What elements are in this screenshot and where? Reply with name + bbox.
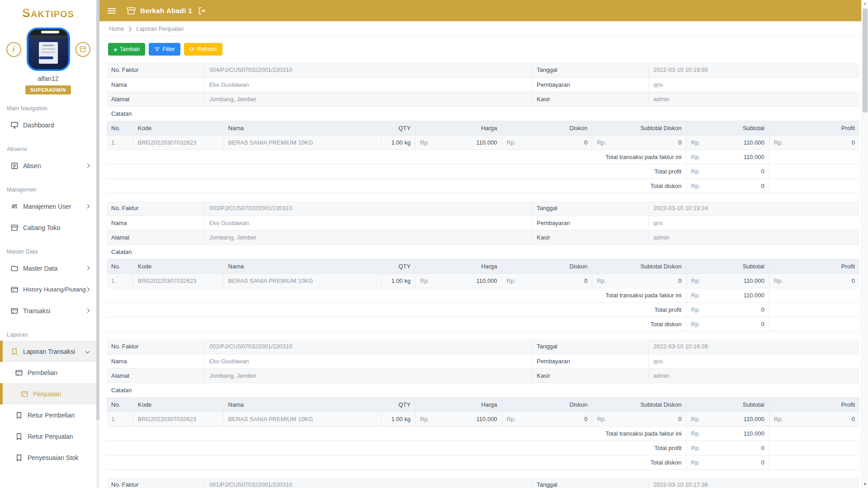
refresh-icon: ⟳ xyxy=(189,46,195,52)
role-badge: SUPERADMIN xyxy=(25,85,71,94)
item-nama: BERAS SANIA PREMIUM 10KG xyxy=(223,136,382,150)
invoice-items-table: No.KodeNama QTYHargaDiskon Subtotal Disk… xyxy=(107,398,859,470)
page-scrollbar-thumb[interactable] xyxy=(863,9,868,113)
sidebar-item-manajemen-user[interactable]: Manajemen User xyxy=(0,196,96,217)
sidebar-item-dashboard[interactable]: Dashboard xyxy=(0,114,96,136)
bookmark-icon xyxy=(14,411,24,420)
sidebar-item-retur-penjualan[interactable]: Retur Penjualan xyxy=(0,426,96,447)
card-icon xyxy=(10,285,19,294)
bookmark-icon xyxy=(10,347,19,356)
filter-icon xyxy=(154,47,160,52)
item-profit: Rp.0 xyxy=(769,136,859,150)
invoice-items-table: No.KodeNama QTYHargaDiskon Subtotal Disk… xyxy=(107,259,859,332)
total-diskon-row: Total diskonRp.0 xyxy=(107,455,859,470)
bookmark-icon xyxy=(14,432,24,441)
nav-section-title: Master Data xyxy=(0,249,96,255)
sidebar-item-retur-pembelian[interactable]: Retur Pembelian xyxy=(0,404,96,426)
store-icon xyxy=(126,5,137,16)
chevron-right-icon xyxy=(85,164,90,168)
invoice-detail-table: No. Faktur002/PJ/CUS070322001/220310Tang… xyxy=(107,339,859,398)
total-diskon-row: Total diskonRp.0 xyxy=(107,179,859,193)
alamat-value: Jombang, Jember xyxy=(204,230,532,244)
alamat-value: Jombang, Jember xyxy=(204,368,532,383)
no-faktur-value: 003/PJ/CUS070322001/220310 xyxy=(204,201,532,216)
scroll-down-arrow[interactable]: ▼ xyxy=(862,481,868,488)
sidebar-scrollbar[interactable] xyxy=(96,0,99,488)
chevron-right-icon xyxy=(85,266,90,271)
item-row: 1. BRG20220307032623 BERAS SANIA PREMIUM… xyxy=(107,274,859,288)
refresh-button[interactable]: ⟳Refresh xyxy=(184,43,222,56)
item-subtotal-diskon: Rp.0 xyxy=(592,412,686,427)
item-harga: Rp.110.000 xyxy=(415,136,502,150)
no-faktur-value: 004/PJ/CUS070322001/220310 xyxy=(204,63,532,77)
pembayaran-value: qris xyxy=(649,216,859,230)
username: alfan12 xyxy=(0,75,96,82)
list-icon xyxy=(10,161,19,170)
no-faktur-value: 001/PJ/CUS070322001/220310 xyxy=(204,478,532,488)
sidebar-item-laporan-transaksi[interactable]: Laporan Transaksi xyxy=(0,341,96,362)
total-profit-row: Total profitRp.0 xyxy=(107,303,859,317)
sidebar-nav: Main Navigation Dashboard Absensi Absen … xyxy=(0,105,96,468)
folder-icon xyxy=(10,264,19,273)
tanggal-value: 2022-03-10 10:19:24 xyxy=(649,201,859,216)
kasir-value: admin xyxy=(649,92,859,106)
avatar[interactable] xyxy=(27,28,70,71)
card-icon xyxy=(14,368,24,377)
tambah-button[interactable]: +Tambah xyxy=(108,43,145,56)
tanggal-value: 2022-03-10 10:19:55 xyxy=(649,63,859,77)
sidebar-item-cabang-toko[interactable]: Cabang Toko xyxy=(0,217,96,238)
sidebar-item-master-data[interactable]: Master Data xyxy=(0,258,96,279)
store-circle-icon[interactable] xyxy=(75,42,90,57)
page-scrollbar[interactable]: ▲ ▼ xyxy=(861,0,868,488)
card-icon xyxy=(10,306,19,315)
chevron-right-icon xyxy=(85,204,90,209)
item-harga: Rp.110.000 xyxy=(415,412,502,427)
hamburger-menu-icon[interactable] xyxy=(108,8,116,14)
sidebar-scrollbar-thumb[interactable] xyxy=(96,0,99,420)
total-transaksi-row: Total transaksi pada faktur iniRp.110.00… xyxy=(107,427,859,441)
item-row: 1. BRG20220307032623 BERAS SANIA PREMIUM… xyxy=(107,136,859,150)
kasir-value: admin xyxy=(649,368,859,383)
sidebar-item-history-hutang-piutang[interactable]: History Hutang/Piutang xyxy=(0,279,96,300)
nav-section-title: Absensi xyxy=(0,146,96,152)
item-harga: Rp.110.000 xyxy=(415,274,502,288)
item-row: 1. BRG20220307032623 BERAS SANIA PREMIUM… xyxy=(107,412,859,427)
breadcrumb-separator: ❯ xyxy=(128,26,132,32)
item-subtotal: Rp.110.000 xyxy=(686,274,769,288)
topbar: Berkah Abadi 1 xyxy=(99,0,861,21)
store-name: Berkah Abadi 1 xyxy=(140,7,192,15)
item-nama: BERAS SANIA PREMIUM 10KG xyxy=(223,274,382,288)
nav-section-title: Manajemen xyxy=(0,187,96,193)
item-subtotal-diskon: Rp.0 xyxy=(592,274,686,288)
item-qty: 1.00 kg xyxy=(382,274,415,288)
item-kode: BRG20220307032623 xyxy=(133,412,223,427)
nav-section-title: Main Navigation xyxy=(0,105,96,112)
info-icon[interactable]: i xyxy=(6,42,21,57)
sidebar-item-transaksi[interactable]: Transaksi xyxy=(0,300,96,321)
sidebar: SAKTIPOS i alfan12 SUPERADMIN Main Navig… xyxy=(0,0,96,488)
item-subtotal-diskon: Rp.0 xyxy=(592,136,686,150)
total-transaksi-row: Total transaksi pada faktur iniRp.110.00… xyxy=(107,150,859,164)
item-diskon: Rp.0 xyxy=(502,136,592,150)
logout-icon[interactable] xyxy=(198,6,207,15)
scroll-up-arrow[interactable]: ▲ xyxy=(862,0,868,7)
pembayaran-value: qris xyxy=(649,354,859,368)
invoice-items-table: No.KodeNama QTYHargaDiskon Subtotal Disk… xyxy=(107,121,859,194)
nama-value: Eko Gustiawan xyxy=(204,216,532,230)
item-profit: Rp.0 xyxy=(769,412,859,427)
filter-button[interactable]: Filter xyxy=(149,43,180,56)
sidebar-item-absen[interactable]: Absen xyxy=(0,155,96,176)
item-profit: Rp.0 xyxy=(769,274,859,288)
sidebar-item-pembelian[interactable]: Pembelian xyxy=(0,362,96,383)
breadcrumb-home[interactable]: Home xyxy=(109,26,124,32)
breadcrumb: Home ❯ Laporan Penjualan xyxy=(99,21,861,37)
item-nama: BERAS SANIA PREMIUM 10KG xyxy=(223,412,382,427)
item-subtotal: Rp.110.000 xyxy=(686,136,769,150)
sidebar-item-penyesuaian-stok[interactable]: Penyesuaian Stok xyxy=(0,447,96,468)
total-profit-row: Total profitRp.0 xyxy=(107,164,859,179)
nama-value: Eko Gustiawan xyxy=(204,354,532,368)
invoice-detail-table: No. Faktur003/PJ/CUS070322001/220310Tang… xyxy=(107,201,859,259)
store-icon xyxy=(10,223,19,232)
sidebar-item-penjualan[interactable]: Penjualan xyxy=(0,383,96,404)
chevron-down-icon xyxy=(85,349,90,354)
